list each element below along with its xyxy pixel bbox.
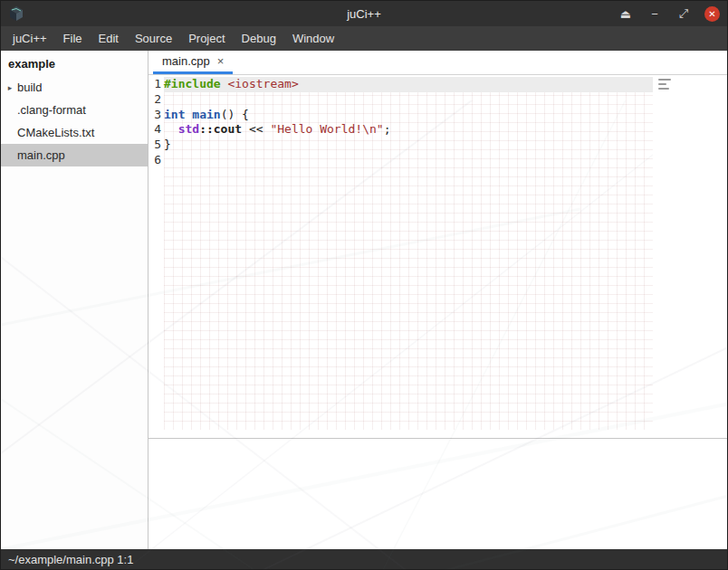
tree-item-build[interactable]: ▸build	[1, 76, 148, 99]
expander-icon[interactable]: ▸	[1, 83, 15, 92]
code-line[interactable]	[164, 153, 653, 168]
code-line[interactable]: #include <iostream>	[164, 77, 653, 92]
overview-mark	[658, 88, 669, 90]
content-area: example ▸build.clang-formatCMakeLists.tx…	[1, 51, 727, 549]
line-number: 1	[148, 77, 164, 92]
line-number: 5	[148, 138, 164, 153]
file-tree: ▸build.clang-formatCMakeLists.txtmain.cp…	[1, 76, 148, 166]
statusbar: ~/example/main.cpp 1:1	[1, 549, 727, 569]
tree-item-label: .clang-format	[15, 103, 86, 117]
tree-item-label: CMakeLists.txt	[15, 126, 94, 139]
tree-item-clang-format[interactable]: .clang-format	[1, 99, 148, 121]
menu-juci[interactable]: juCi++	[5, 26, 55, 51]
line-number: 2	[148, 92, 164, 108]
eject-button[interactable]: ⏏	[618, 5, 634, 22]
code-area[interactable]: #include <iostream>int main() { std::cou…	[164, 77, 653, 430]
menu-project[interactable]: Project	[180, 26, 233, 51]
tab-main-cpp[interactable]: main.cpp ×	[153, 51, 233, 74]
overview-mark	[658, 83, 666, 85]
close-button[interactable]: ✕	[704, 6, 720, 22]
main-panel: main.cpp × 123456 #include <iostream>int…	[148, 51, 727, 549]
minimize-button[interactable]: −	[647, 5, 663, 22]
tab-close-icon[interactable]: ×	[217, 54, 225, 68]
line-number: 6	[148, 153, 164, 168]
menubar: juCi++FileEditSourceProjectDebugWindow	[1, 26, 727, 51]
menu-debug[interactable]: Debug	[234, 26, 284, 51]
overview-mark	[658, 79, 671, 81]
project-root-label[interactable]: example	[1, 51, 148, 76]
app-window: juCi++ ⏏ − ⤢ ✕ juCi++FileEditSourceProje…	[0, 0, 728, 570]
menu-source[interactable]: Source	[127, 26, 180, 51]
tab-label: main.cpp	[162, 54, 210, 68]
window-controls: ⏏ − ⤢ ✕	[618, 1, 720, 26]
code-line[interactable]: int main() {	[164, 108, 653, 123]
tree-item-cmakelists-txt[interactable]: CMakeLists.txt	[1, 121, 148, 144]
tree-item-label: main.cpp	[15, 148, 65, 162]
output-panel[interactable]	[148, 438, 727, 549]
tree-item-label: build	[15, 81, 42, 94]
menu-window[interactable]: Window	[284, 26, 342, 51]
overview-map	[658, 79, 675, 90]
code-line[interactable]	[164, 92, 653, 108]
code-line[interactable]: std::cout << "Hello World!\n";	[164, 122, 653, 138]
line-number: 4	[148, 122, 164, 138]
titlebar: juCi++ ⏏ − ⤢ ✕	[1, 1, 727, 26]
menu-file[interactable]: File	[55, 26, 91, 51]
line-numbers: 123456	[148, 77, 164, 438]
code-line[interactable]: }	[164, 138, 653, 153]
line-number: 3	[148, 108, 164, 123]
status-file-position: ~/example/main.cpp 1:1	[8, 553, 133, 566]
restore-button[interactable]: ⤢	[675, 5, 692, 22]
editor[interactable]: 123456 #include <iostream>int main() { s…	[148, 75, 727, 438]
tab-bar: main.cpp ×	[148, 51, 727, 75]
sidebar: example ▸build.clang-formatCMakeLists.tx…	[1, 51, 148, 549]
menu-edit[interactable]: Edit	[91, 26, 127, 51]
tree-item-main-cpp[interactable]: main.cpp	[1, 144, 148, 166]
